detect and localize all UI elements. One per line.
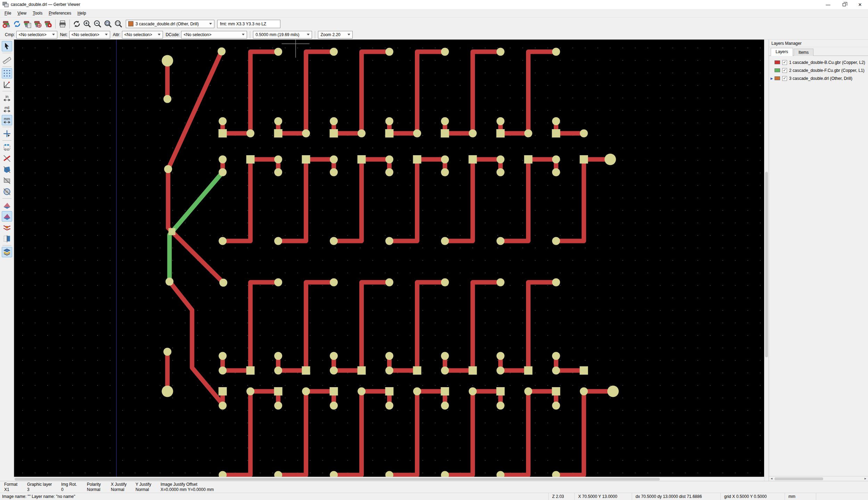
net-select[interactable]: <No selection> [69, 31, 110, 39]
zoom-select[interactable]: Zoom 2.20 [318, 31, 353, 39]
drill-pad [330, 278, 338, 286]
canvas-vscrollbar[interactable] [764, 40, 769, 481]
print-icon[interactable] [57, 19, 68, 29]
scroll-left-icon[interactable]: ◄ [769, 477, 774, 480]
drill-pad-square [413, 366, 421, 375]
sketch-pads-icon[interactable] [2, 142, 12, 152]
units-inches-icon[interactable]: in [2, 93, 12, 103]
layer-row[interactable]: ▶✓3 cascade_double.drl (Other, Drill) [769, 74, 868, 82]
tab-layers[interactable]: Layers [771, 48, 793, 56]
attr-select[interactable]: <No selection> [122, 31, 163, 39]
image-info-statusbar: FormatX1Graphic layer3Img Rot.0PolarityN… [0, 481, 868, 493]
toolbar-separator [55, 19, 56, 28]
net-highlight-icon[interactable] [2, 222, 12, 233]
drill-pad [552, 367, 560, 375]
layers-panel-tabs: LayersItems [769, 47, 868, 56]
open-drill-icon[interactable] [33, 19, 43, 29]
high-contrast-icon[interactable] [2, 211, 12, 222]
filter-label: DCode: [166, 32, 180, 37]
gerbview-window: cascade_double.drl — Gerber Viewer —✕ Fi… [0, 0, 868, 500]
active-layer-select[interactable]: 3 cascade_double.drl (Other, Drill) [126, 20, 214, 28]
drill-pad [441, 48, 449, 56]
redraw-icon[interactable] [72, 19, 82, 29]
menu-file[interactable]: File [1, 10, 14, 17]
chevron-down-icon [105, 34, 108, 35]
zoom-in-icon[interactable] [82, 19, 92, 29]
cursor-shape-icon[interactable] [2, 128, 12, 139]
show-negative-objects-icon[interactable] [2, 175, 12, 186]
drill-pad [552, 156, 560, 164]
status-cell: grid X 0.5000 Y 0.5000 [720, 493, 785, 500]
canvas-hscrollbar[interactable] [14, 477, 764, 481]
zoom-out-icon[interactable] [92, 19, 103, 29]
dcode-select[interactable]: <No selection> [181, 31, 247, 39]
vscroll-thumb[interactable] [765, 172, 768, 357]
toolbar-separator [2, 140, 11, 141]
menu-tools[interactable]: Tools [30, 10, 46, 17]
drill-pad [413, 130, 421, 138]
dcode-display-icon[interactable]: 01 [2, 186, 12, 197]
chevron-down-icon [242, 34, 245, 35]
layer-row[interactable]: ✓1 cascade_double-B.Cu.gbr (Copper, L2) [769, 58, 868, 66]
zoom-fit-icon[interactable] [103, 19, 113, 29]
layers-manager-icon[interactable] [2, 247, 12, 257]
drill-pad [524, 130, 532, 138]
menu-view[interactable]: View [14, 10, 30, 17]
select-arrow-icon[interactable] [2, 41, 12, 51]
drill-pad [302, 388, 310, 395]
drill-pad [385, 48, 393, 56]
units-mils-icon[interactable]: mil [2, 104, 12, 114]
status-img-rot-: Img Rot.0 [61, 481, 87, 493]
clear-layers-icon[interactable] [1, 19, 12, 29]
sketch-lines-icon[interactable] [2, 153, 12, 164]
panel-hscrollbar[interactable]: ◄ ► [769, 476, 868, 481]
svg-text:mil: mil [5, 106, 9, 110]
grid-visibility-icon[interactable] [2, 68, 12, 78]
drill-pad [552, 237, 560, 245]
drill-pad [330, 48, 338, 56]
status-x-justify: X JustifyNormal [111, 481, 136, 493]
drill-pad [441, 402, 449, 410]
drill-pad [163, 95, 171, 103]
gerber-canvas[interactable] [14, 40, 764, 477]
menu-help[interactable]: Help [74, 10, 89, 17]
layer-visible-checkbox[interactable]: ✓ [782, 76, 787, 81]
layer-color-swatch[interactable] [775, 60, 780, 64]
scroll-right-icon[interactable]: ► [863, 477, 868, 480]
close-button[interactable]: ✕ [852, 0, 868, 9]
layer-color-swatch[interactable] [775, 68, 780, 72]
drill-pad [219, 168, 227, 176]
sketch-polygons-icon[interactable] [2, 164, 12, 175]
filter-label: Net: [60, 32, 68, 37]
tab-items[interactable]: Items [794, 49, 813, 56]
polar-coords-icon[interactable] [2, 79, 12, 90]
drill-pad [385, 352, 393, 360]
units-mm-icon[interactable]: mm [2, 115, 12, 125]
flip-view-icon[interactable] [2, 233, 12, 244]
drill-pad-square [441, 129, 449, 138]
layer-color-swatch[interactable] [775, 76, 780, 80]
diff-mode-icon[interactable] [2, 200, 12, 210]
zoom-select-icon[interactable] [113, 19, 124, 29]
drill-pad [274, 278, 282, 286]
grid-size-select[interactable]: 0.5000 mm (19.69 mils) [253, 31, 312, 39]
open-job-icon[interactable] [43, 19, 54, 29]
restore-button[interactable] [836, 0, 852, 9]
drill-pad [219, 367, 227, 375]
layer-visible-checkbox[interactable]: ✓ [782, 68, 787, 73]
minimize-button[interactable]: — [820, 0, 836, 9]
cmp-select[interactable]: <No selection> [16, 31, 57, 39]
menu-preferences[interactable]: Preferences [46, 10, 74, 17]
drill-pad [274, 48, 282, 56]
drill-pad [358, 130, 366, 138]
measure-icon[interactable] [2, 55, 12, 65]
hscroll-thumb[interactable] [15, 478, 660, 481]
status-polarity: PolarityNormal [87, 481, 111, 493]
drill-pad-square [330, 129, 338, 138]
drill-pad-square [552, 129, 560, 138]
reload-layers-icon[interactable] [12, 19, 22, 29]
drill-pad [385, 402, 393, 410]
layer-row[interactable]: ✓2 cascade_double-F.Cu.gbr (Copper, L1) [769, 66, 868, 74]
layer-visible-checkbox[interactable]: ✓ [782, 60, 787, 65]
open-gerber-icon[interactable] [22, 19, 33, 29]
